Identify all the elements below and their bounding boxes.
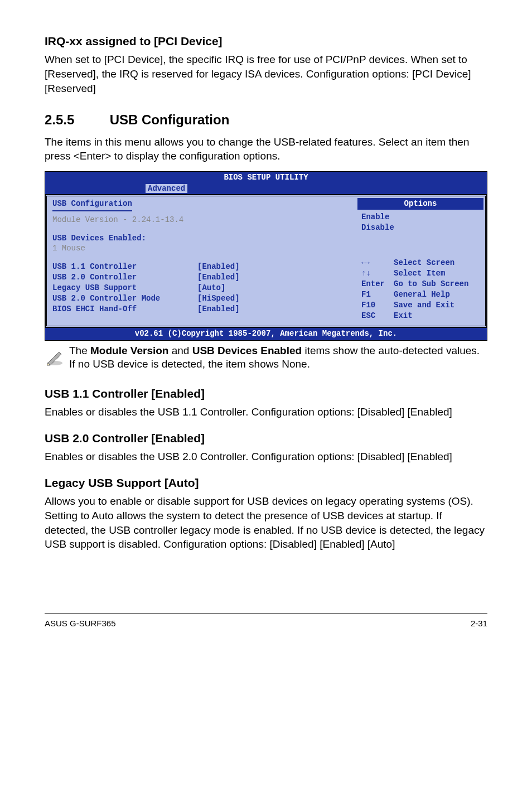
bios-row: BIOS EHCI Hand-Off[Enabled] (52, 304, 350, 315)
bios-row: USB 1.1 Controller[Enabled] (52, 262, 350, 272)
pencil-note-icon (45, 344, 69, 366)
section-number: 2.5.5 (45, 111, 106, 129)
bios-tab-advanced: Advanced (146, 184, 187, 193)
bios-footer: v02.61 (C)Copyright 1985-2007, American … (45, 327, 487, 340)
bios-titlebar: BIOS SETUP UTILITY (45, 172, 487, 183)
bios-left-pane: USB Configuration Module Version - 2.24.… (45, 195, 356, 327)
section-intro: The items in this menu allows you to cha… (45, 135, 487, 163)
note-text: The Module Version and USB Devices Enabl… (69, 344, 487, 371)
bios-right-pane: Options Enable Disable ←→Select Screen ↑… (356, 195, 487, 327)
bios-row: USB 2.0 Controller[Enabled] (52, 272, 350, 283)
para-usb11: Enables or disables the USB 1.1 Controll… (45, 405, 487, 419)
para-usb20: Enables or disables the USB 2.0 Controll… (45, 450, 487, 464)
section-heading: 2.5.5 USB Configuration (45, 111, 487, 129)
heading-usb11: USB 1.1 Controller [Enabled] (45, 386, 487, 402)
page-footer: ASUS G-SURF365 2-31 (45, 613, 487, 629)
bios-devices-header: USB Devices Enabled: (52, 234, 146, 243)
bios-options-title: Options (357, 198, 483, 210)
heading-irq: IRQ-xx assigned to [PCI Device] (45, 33, 487, 49)
arrows-lr-icon: ←→ (361, 258, 394, 268)
bios-row: USB 2.0 Controller Mode[HiSpeed] (52, 293, 350, 304)
bios-options-body: Enable Disable (356, 210, 485, 235)
section-title: USB Configuration (110, 112, 230, 127)
bios-help: ←→Select Screen ↑↓Select Item EnterGo to… (356, 255, 485, 325)
para-legacy: Allows you to enable or disable support … (45, 494, 487, 552)
para-irq: When set to [PCI Device], the specific I… (45, 52, 487, 95)
bios-devices-line: 1 Mouse (52, 244, 85, 253)
bios-screenshot: BIOS SETUP UTILITY Advanced USB Configur… (45, 171, 487, 341)
note-block: The Module Version and USB Devices Enabl… (45, 344, 487, 371)
bios-left-header: USB Configuration (52, 199, 132, 211)
bios-row: Legacy USB Support[Auto] (52, 283, 350, 293)
bios-tabrow: Advanced (45, 183, 487, 194)
heading-legacy: Legacy USB Support [Auto] (45, 475, 487, 491)
footer-left: ASUS G-SURF365 (45, 618, 116, 629)
bios-module-version: Module Version - 2.24.1-13.4 (52, 215, 183, 224)
footer-right: 2-31 (471, 618, 487, 629)
heading-usb20: USB 2.0 Controller [Enabled] (45, 431, 487, 446)
arrows-ud-icon: ↑↓ (361, 268, 394, 279)
